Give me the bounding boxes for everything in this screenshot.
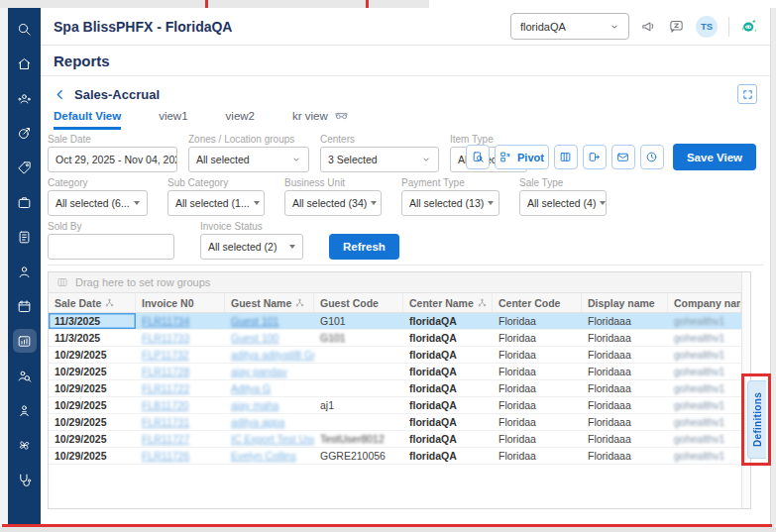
cell-code: G101 — [314, 313, 403, 329]
announcements-icon[interactable] — [640, 18, 657, 35]
avatar[interactable]: TS — [696, 16, 718, 38]
cell-center_name: floridaQA — [403, 330, 493, 346]
column-header-display_name[interactable]: Display name — [582, 293, 668, 312]
marketing-icon[interactable] — [13, 121, 37, 145]
email-icon — [616, 151, 629, 163]
appointments-icon[interactable] — [13, 294, 37, 318]
medical-stethoscope-icon[interactable] — [13, 468, 37, 491]
cell-guest[interactable]: Guest 100 — [225, 330, 314, 346]
columns-button[interactable] — [554, 145, 578, 169]
cell-guest[interactable]: aditya adityatilll Guest — [225, 347, 314, 363]
table-row[interactable]: 10/29/2025FLR11726Evelyn CollinsGGRE2100… — [49, 448, 742, 465]
table-row[interactable]: 10/29/2025FLP11732aditya adityatilll Gue… — [49, 347, 742, 364]
table-row[interactable]: 11/3/2025FLR11734Guest 101G101floridaQAF… — [49, 313, 742, 330]
home-icon[interactable] — [13, 52, 37, 75]
table-row[interactable]: 11/3/2025FLR11733Guest 100G101floridaQAF… — [49, 330, 742, 347]
results-grid: Drag here to set row groups Sale DateInv… — [48, 271, 751, 509]
cell-invoice[interactable]: FLR11734 — [136, 313, 225, 329]
cell-invoice[interactable]: FLR11727 — [136, 431, 225, 447]
cell-invoice[interactable]: FLR11731 — [136, 414, 225, 430]
column-header-invoice[interactable]: Invoice N0 — [136, 293, 225, 312]
history-button[interactable] — [640, 145, 664, 169]
employees-icon[interactable] — [13, 260, 37, 283]
feedback-icon[interactable] — [668, 18, 685, 35]
row-groups-dropzone[interactable]: Drag here to set row groups — [49, 272, 750, 293]
cell-center_name: floridaQA — [403, 364, 493, 379]
tab-kr-view[interactable]: kr view — [292, 109, 349, 130]
cell-guest[interactable]: ajay pandav — [225, 364, 314, 379]
cell-center_code: Floridaa — [493, 313, 582, 329]
zones-value: All selected — [196, 154, 250, 165]
centers-dropdown[interactable]: 3 Selected — [320, 147, 439, 172]
cell-invoice[interactable]: FLR11728 — [136, 364, 225, 379]
search-icon[interactable] — [13, 17, 37, 41]
guests-icon[interactable] — [13, 398, 37, 422]
save-view-button[interactable]: Save View — [673, 144, 756, 170]
expand-button[interactable] — [737, 84, 757, 104]
definitions-tab[interactable]: Definitions — [747, 380, 766, 459]
sold-by-input[interactable] — [48, 234, 174, 260]
preview-button[interactable] — [466, 145, 490, 169]
filter-sale-date: Sale Date Oct 29, 2025 - Nov 04, 2025 — [48, 134, 177, 172]
category-dropdown[interactable]: All selected (6... — [48, 190, 148, 216]
cell-guest[interactable]: aditya appa — [225, 414, 314, 430]
pivot-button[interactable]: Pivot — [495, 145, 549, 169]
community-icon[interactable] — [13, 86, 37, 110]
invoice-status-dropdown[interactable]: All selected (2) — [200, 234, 303, 260]
category-value: All selected (6... — [55, 197, 130, 209]
cell-invoice[interactable]: FLB11720 — [136, 397, 225, 413]
column-header-code[interactable]: Guest Code — [314, 293, 403, 312]
sub-category-dropdown[interactable]: All selected (1... — [167, 190, 265, 216]
cell-code: G101 — [314, 330, 403, 346]
sub-category-value: All selected (1... — [175, 197, 250, 209]
assistant-robot-icon[interactable] — [740, 18, 757, 35]
column-header-date[interactable]: Sale Date — [49, 293, 136, 312]
sidebar-item-reports[interactable] — [13, 329, 37, 353]
admin-fan-icon[interactable] — [13, 433, 37, 457]
cell-invoice[interactable]: FLR11726 — [136, 448, 225, 464]
table-row[interactable]: 10/29/2025FLR11727IC Export Test User 80… — [49, 431, 742, 448]
accounting-icon[interactable] — [13, 225, 37, 249]
organization-icon[interactable] — [13, 190, 37, 214]
center-selector[interactable]: floridaQA — [510, 13, 629, 40]
cell-guest[interactable]: Aditya G — [225, 380, 314, 396]
offers-tag-icon[interactable] — [13, 156, 37, 179]
column-header-guest[interactable]: Guest Name — [225, 293, 314, 312]
column-header-center_code[interactable]: Center Code — [493, 293, 582, 312]
filter-centers: Centers 3 Selected — [320, 134, 439, 172]
filter-label: Centers — [320, 134, 439, 145]
column-header-center_name[interactable]: Center Name — [403, 293, 493, 312]
tab-default-view[interactable]: Default View — [54, 110, 121, 130]
cell-guest[interactable]: Guest 101 — [225, 313, 314, 329]
cell-guest[interactable]: ajay maha — [225, 397, 314, 413]
table-row[interactable]: 10/29/2025FLR11731aditya appafloridaQAFl… — [49, 414, 742, 431]
page-scrollbar[interactable] — [770, 8, 776, 524]
filter-payment-type: Payment Type All selected (13) — [401, 177, 499, 216]
table-row[interactable]: 10/29/2025FLB11720ajay mahaaj1floridaQAF… — [49, 397, 742, 414]
sale-date-picker[interactable]: Oct 29, 2025 - Nov 04, 2025 — [48, 147, 177, 172]
tab-kr-view-label: kr view — [292, 110, 328, 122]
dropdown-triangle-icon — [488, 201, 494, 205]
report-toolbar: Pivot Save View — [466, 144, 756, 170]
table-row[interactable]: 10/29/2025FLR11722Aditya GfloridaQAFlori… — [49, 380, 742, 397]
table-row[interactable]: 10/29/2025FLR11728ajay pandavfloridaQAFl… — [49, 364, 742, 380]
payment-type-dropdown[interactable]: All selected (13) — [401, 190, 499, 216]
cell-invoice[interactable]: FLP11732 — [136, 347, 225, 363]
cell-guest[interactable]: Evelyn Collins — [225, 448, 314, 464]
refresh-button[interactable]: Refresh — [329, 234, 399, 260]
email-button[interactable] — [611, 145, 635, 169]
cell-guest[interactable]: IC Export Test User 80... — [225, 431, 314, 447]
tab-view1[interactable]: view1 — [159, 110, 187, 130]
audit-icon[interactable] — [13, 364, 37, 387]
browser-tab-strip — [0, 0, 776, 8]
back-button[interactable] — [54, 88, 66, 101]
cell-invoice[interactable]: FLR11722 — [136, 380, 225, 396]
business-unit-dropdown[interactable]: All selected (34) — [284, 190, 382, 216]
sale-type-dropdown[interactable]: All selected (4) — [519, 190, 607, 216]
zones-dropdown[interactable]: All selected — [188, 147, 309, 172]
column-header-company[interactable]: Company name — [668, 293, 741, 312]
export-button[interactable] — [583, 145, 607, 169]
cell-invoice[interactable]: FLR11733 — [136, 330, 225, 346]
tab-view2[interactable]: view2 — [226, 110, 255, 130]
cell-center_name: floridaQA — [403, 347, 493, 363]
